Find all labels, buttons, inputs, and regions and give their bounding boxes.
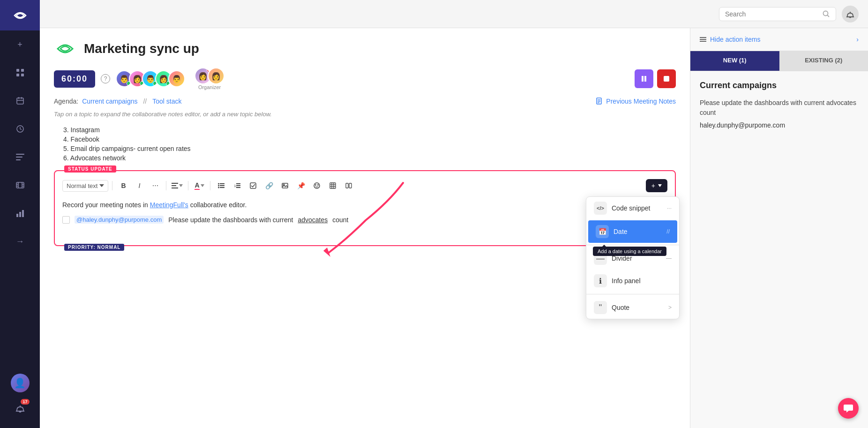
add-block-button[interactable]: + xyxy=(646,179,667,192)
checkbox-button[interactable] xyxy=(246,179,260,193)
svg-rect-35 xyxy=(172,183,178,184)
editor-body[interactable]: Record your meeting notes in MeetingFull… xyxy=(62,200,667,238)
svg-rect-1 xyxy=(21,69,24,72)
search-input[interactable] xyxy=(725,10,819,18)
pause-button[interactable] xyxy=(635,69,653,88)
columns-icon xyxy=(345,182,352,189)
notes-list: 3. Instagram 4. Facebook 5. Email drip c… xyxy=(54,125,676,163)
grid-icon[interactable] xyxy=(10,62,30,83)
notification-icon[interactable] xyxy=(842,6,859,23)
code-snippet-shortcut: ··· xyxy=(667,205,672,211)
svg-rect-43 xyxy=(220,187,224,188)
tab-existing[interactable]: EXISTING (2) xyxy=(779,51,868,71)
notifications-badge[interactable]: 17 xyxy=(10,398,30,419)
svg-rect-59 xyxy=(346,183,348,188)
app-logo[interactable] xyxy=(0,0,40,30)
plus-icon[interactable]: + xyxy=(10,34,30,55)
more-format-button[interactable]: ··· xyxy=(148,179,162,193)
emoji-button[interactable] xyxy=(310,179,324,193)
chevron-down-icon xyxy=(99,184,104,187)
quote-arrow: > xyxy=(668,304,672,311)
date-item[interactable]: 📅 Date // Add a date using a calendar xyxy=(588,220,677,243)
meeting-meta: 60:00 ? 👨 👩 👨 👩 👨 xyxy=(54,68,676,90)
notes-item[interactable]: 6. Advocates network xyxy=(54,153,676,163)
stop-button[interactable] xyxy=(657,69,676,88)
ordered-list-button[interactable]: 1. xyxy=(230,179,244,193)
participants-avatars: 👨 👩 👨 👩 👨 xyxy=(116,70,185,87)
dropdown-arrow-icon xyxy=(179,184,183,187)
organizer-group: 👩 👩 Organizer xyxy=(195,68,224,90)
chat-icon xyxy=(844,404,853,413)
link-button[interactable]: 🔗 xyxy=(262,179,276,193)
agenda-link-toolstack[interactable]: Tool stack xyxy=(152,98,181,105)
sidebar: + → 👤 xyxy=(0,0,40,428)
svg-point-40 xyxy=(218,185,219,187)
info-panel-item[interactable]: ℹ Info panel xyxy=(586,270,679,292)
bullet-list-button[interactable] xyxy=(214,179,228,193)
advocates-link[interactable]: advocates xyxy=(298,216,328,224)
chat-bubble[interactable] xyxy=(838,398,859,419)
svg-rect-14 xyxy=(16,182,24,188)
image-button[interactable] xyxy=(278,179,292,193)
task-checkbox[interactable] xyxy=(62,216,70,224)
code-snippet-item[interactable]: </> Code snippet ··· xyxy=(586,197,679,219)
add-dropdown-icon xyxy=(658,184,662,187)
mention-tag[interactable]: @haley.dunphy@purpome.com xyxy=(75,216,164,224)
clock-icon[interactable] xyxy=(10,119,30,139)
avatar-organizer-2: 👩 xyxy=(208,68,224,84)
table-button[interactable] xyxy=(326,179,340,193)
align-button[interactable] xyxy=(170,179,184,193)
svg-rect-11 xyxy=(16,154,24,155)
search-icon xyxy=(823,10,830,18)
image-icon xyxy=(282,183,288,188)
status-tag: STATUS UPDATE xyxy=(64,165,116,173)
pin-button[interactable]: 📌 xyxy=(294,179,308,193)
notes-item[interactable]: 3. Instagram xyxy=(54,125,676,135)
editor-main-text: Record your meeting notes in MeetingFull… xyxy=(62,200,667,210)
quote-item[interactable]: " Quote > xyxy=(586,296,679,319)
text-style-select[interactable]: Normal text xyxy=(62,180,108,192)
menu-icon[interactable] xyxy=(10,147,30,167)
chart-icon[interactable] xyxy=(10,203,30,224)
svg-rect-37 xyxy=(172,188,178,188)
align-icon xyxy=(172,183,178,188)
bold-button[interactable]: B xyxy=(116,179,130,193)
svg-rect-36 xyxy=(172,185,176,186)
color-dropdown-icon xyxy=(201,184,204,187)
emoji-icon xyxy=(314,182,320,189)
checkbox-icon xyxy=(250,182,256,189)
italic-button[interactable]: I xyxy=(132,179,146,193)
toolbar-separator-2 xyxy=(166,181,166,190)
dropdown-separator-2 xyxy=(586,294,679,294)
code-snippet-label: Code snippet xyxy=(612,204,651,212)
meetingfull-link[interactable]: MeetingFull's xyxy=(150,201,188,209)
text-color-button[interactable]: A xyxy=(192,179,206,193)
task-text-before: Please update the dashboards with curren… xyxy=(168,216,293,224)
priority-tag: PRIORITY: NORMAL xyxy=(64,244,124,251)
hide-action-items-button[interactable]: Hide action items xyxy=(710,36,760,43)
columns-button[interactable] xyxy=(342,179,356,193)
toolbar-separator-4 xyxy=(210,181,210,190)
tab-new[interactable]: NEW (1) xyxy=(690,51,779,71)
notes-item[interactable]: 4. Facebook xyxy=(54,135,676,144)
arrow-right-icon[interactable]: → xyxy=(10,231,30,252)
help-icon[interactable]: ? xyxy=(101,74,110,83)
agenda-link-campaigns[interactable]: Current campaigns xyxy=(82,98,137,105)
editor-container: STATUS UPDATE Normal text B I ··· xyxy=(54,170,676,246)
instruction-text: Tap on a topic to expand the collaborati… xyxy=(54,111,676,118)
text-style-label: Normal text xyxy=(67,182,97,189)
agenda-separator: // xyxy=(143,98,147,105)
meeting-logo-icon xyxy=(54,38,76,60)
calendar-icon[interactable] xyxy=(10,90,30,111)
main-area: Marketing sync up 60:00 ? 👨 👩 👨 xyxy=(40,0,868,428)
svg-rect-48 xyxy=(250,183,256,188)
add-block-dropdown: </> Code snippet ··· 📅 Date // Add a dat… xyxy=(586,196,680,319)
dropdown-separator xyxy=(586,245,679,245)
date-label: Date xyxy=(614,228,628,235)
prev-notes-button[interactable]: Previous Meeting Notes xyxy=(596,98,676,105)
user-avatar[interactable]: 👤 xyxy=(11,374,30,392)
film-icon[interactable] xyxy=(10,175,30,195)
meeting-controls xyxy=(635,69,676,88)
notes-item[interactable]: 5. Email drip campaigns- current open ra… xyxy=(54,144,676,153)
search-bar[interactable] xyxy=(719,7,836,21)
